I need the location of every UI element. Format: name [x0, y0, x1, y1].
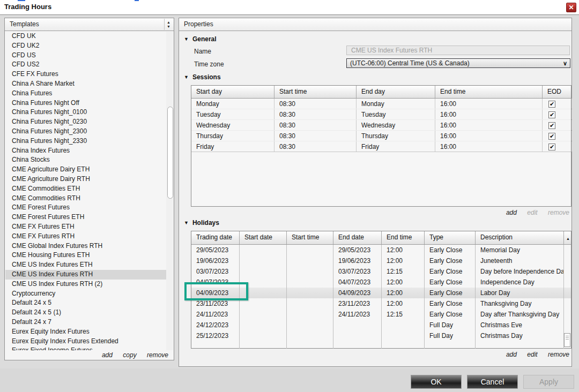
holiday-row[interactable]: 04/07/202304/07/202312:00Early CloseInde… — [191, 277, 571, 288]
template-item[interactable]: CME FX Futures RTH — [5, 232, 173, 242]
session-eod-cell[interactable]: ✔ — [543, 99, 572, 109]
template-item[interactable]: CFD US — [5, 51, 173, 61]
holidays-add-link[interactable]: add — [506, 351, 517, 358]
holidays-scrollbar-thumb[interactable] — [564, 333, 570, 347]
template-item[interactable]: China Futures Night Off — [5, 99, 173, 108]
session-row[interactable]: Thursday08:30Thursday16:00✔ — [191, 131, 571, 141]
session-end-day[interactable]: Thursday — [357, 131, 435, 141]
holiday-type[interactable]: Early Close — [425, 309, 476, 320]
template-item[interactable]: China Futures Night_0100 — [5, 108, 173, 117]
template-item[interactable]: CME Global Index Futures RTH — [5, 242, 173, 251]
template-item[interactable]: CME US Index Futures RTH — [5, 270, 173, 280]
holiday-description[interactable]: Day after Thanksgiving Day — [476, 309, 564, 320]
timezone-select[interactable]: (UTC-06:00) Central Time (US & Canada) ∨ — [346, 58, 570, 68]
ok-button[interactable]: OK — [411, 375, 462, 389]
templates-scroll-spinner[interactable]: ▲ ▼ — [164, 19, 173, 30]
template-item[interactable]: Eurex Fixed Income Futures — [5, 346, 173, 350]
sessions-column-header[interactable]: End time — [435, 86, 543, 98]
sessions-section-header[interactable]: ▼Sessions — [184, 73, 221, 81]
holidays-column-header[interactable]: Type — [425, 231, 476, 244]
session-end-time[interactable]: 16:00 — [435, 120, 543, 130]
holiday-start-time[interactable] — [287, 309, 333, 320]
session-row[interactable]: Friday08:30Friday16:00✔ — [191, 141, 571, 152]
holiday-row[interactable]: 23/11/202323/11/202312:00Early CloseThan… — [191, 298, 571, 309]
holiday-start-date[interactable] — [240, 255, 287, 266]
holiday-start-date[interactable] — [240, 288, 287, 298]
holiday-type[interactable]: Full Day — [425, 330, 476, 341]
spin-down-icon[interactable]: ▼ — [167, 25, 170, 29]
holiday-description[interactable]: Thanksgiving Day — [476, 298, 564, 309]
holiday-start-time[interactable] — [287, 330, 333, 341]
holiday-start-date[interactable] — [240, 309, 287, 320]
holiday-type[interactable]: Early Close — [425, 255, 476, 266]
sessions-column-header[interactable]: Start time — [274, 86, 357, 98]
sessions-add-link[interactable]: add — [506, 209, 517, 216]
eod-checkbox[interactable]: ✔ — [548, 144, 555, 150]
template-item[interactable]: CME Agriculture Dairy ETH — [5, 165, 173, 175]
collapse-triangle-icon[interactable]: ▼ — [184, 74, 189, 80]
holiday-type[interactable]: Early Close — [425, 266, 476, 277]
template-item[interactable]: Default 24 x 7 — [5, 318, 173, 327]
session-eod-cell[interactable]: ✔ — [543, 141, 572, 152]
session-row[interactable]: Wednesday08:30Wednesday16:00✔ — [191, 120, 571, 131]
session-start-day[interactable]: Thursday — [191, 131, 274, 141]
holidays-section-header[interactable]: ▼Holidays — [184, 219, 219, 227]
template-item[interactable]: CME US Index Futures RTH (2) — [5, 280, 173, 289]
templates-scrollbar-thumb[interactable] — [167, 107, 173, 199]
session-start-day[interactable]: Wednesday — [191, 120, 274, 130]
holidays-remove-link[interactable]: remove — [548, 351, 569, 358]
holiday-start-date[interactable] — [240, 277, 287, 288]
holiday-start-time[interactable] — [287, 320, 333, 330]
holiday-trading-date[interactable]: 19/06/2023 — [191, 255, 240, 266]
template-item[interactable]: Eurex Equity Index Futures Extended — [5, 337, 173, 346]
template-item[interactable]: CME US Index Futures ETH — [5, 260, 173, 270]
holiday-start-date[interactable] — [240, 320, 287, 330]
template-item[interactable]: CME FX Futures ETH — [5, 222, 173, 232]
holiday-start-time[interactable] — [287, 255, 333, 266]
holidays-scroll-arrows[interactable]: ▲▼ — [564, 231, 572, 244]
holiday-description[interactable]: Day before Independence Day — [476, 266, 564, 277]
template-item[interactable]: China Futures Night_2300 — [5, 127, 173, 137]
holiday-trading-date[interactable]: 23/11/2023 — [191, 298, 240, 309]
sessions-column-header[interactable]: Start day — [191, 86, 274, 98]
holiday-end-time[interactable]: 12:15 — [382, 309, 425, 320]
holiday-end-date[interactable] — [333, 320, 382, 330]
holiday-row[interactable]: 25/12/2023Full DayChristmas Day — [191, 330, 571, 341]
holiday-end-date[interactable] — [333, 330, 382, 341]
template-item[interactable]: CME Forest Futures — [5, 203, 173, 213]
scroll-up-icon[interactable]: ▲ — [566, 232, 570, 244]
template-item[interactable]: CFE FX Futures — [5, 70, 173, 79]
holiday-trading-date[interactable]: 24/11/2023 — [191, 309, 240, 320]
eod-checkbox[interactable]: ✔ — [548, 133, 555, 140]
holiday-description[interactable]: Juneteenth — [476, 255, 564, 266]
holiday-end-time[interactable]: 12:00 — [382, 298, 425, 309]
holiday-trading-date[interactable]: 29/05/2023 — [191, 245, 240, 255]
holiday-trading-date[interactable]: 24/12/2023 — [191, 320, 240, 330]
holiday-trading-date[interactable]: 04/07/2023 — [191, 277, 240, 288]
holidays-column-header[interactable]: End time — [382, 231, 425, 244]
holiday-end-time[interactable]: 12:15 — [382, 266, 425, 277]
eod-checkbox[interactable]: ✔ — [548, 122, 555, 129]
holiday-start-time[interactable] — [287, 245, 333, 255]
session-eod-cell[interactable]: ✔ — [543, 109, 572, 119]
template-item[interactable]: China Index Futures — [5, 146, 173, 156]
eod-checkbox[interactable]: ✔ — [548, 101, 555, 108]
holiday-end-time[interactable]: 12:00 — [382, 245, 425, 255]
holidays-column-header[interactable]: End date — [333, 231, 382, 244]
sessions-remove-link[interactable]: remove — [548, 209, 569, 216]
holiday-description[interactable]: Christmas Day — [476, 330, 564, 341]
template-item[interactable]: China Futures Night_0230 — [5, 117, 173, 127]
session-row[interactable]: Tuesday08:30Tuesday16:00✔ — [191, 109, 571, 120]
session-start-day[interactable]: Tuesday — [191, 109, 274, 119]
holiday-end-date[interactable]: 03/07/2023 — [333, 266, 382, 277]
holiday-row[interactable]: 24/11/202324/11/202312:15Early CloseDay … — [191, 309, 571, 320]
holiday-end-time[interactable]: 12:00 — [382, 255, 425, 266]
templates-add-link[interactable]: add — [102, 351, 113, 359]
close-icon[interactable]: ✕ — [566, 3, 576, 12]
collapse-triangle-icon[interactable]: ▼ — [184, 36, 189, 42]
holiday-start-date[interactable] — [240, 245, 287, 255]
sessions-column-header[interactable]: End day — [357, 86, 435, 98]
apply-button[interactable]: Apply — [523, 375, 574, 389]
holidays-edit-link[interactable]: edit — [527, 351, 537, 358]
holidays-column-header[interactable]: Description — [476, 231, 564, 244]
